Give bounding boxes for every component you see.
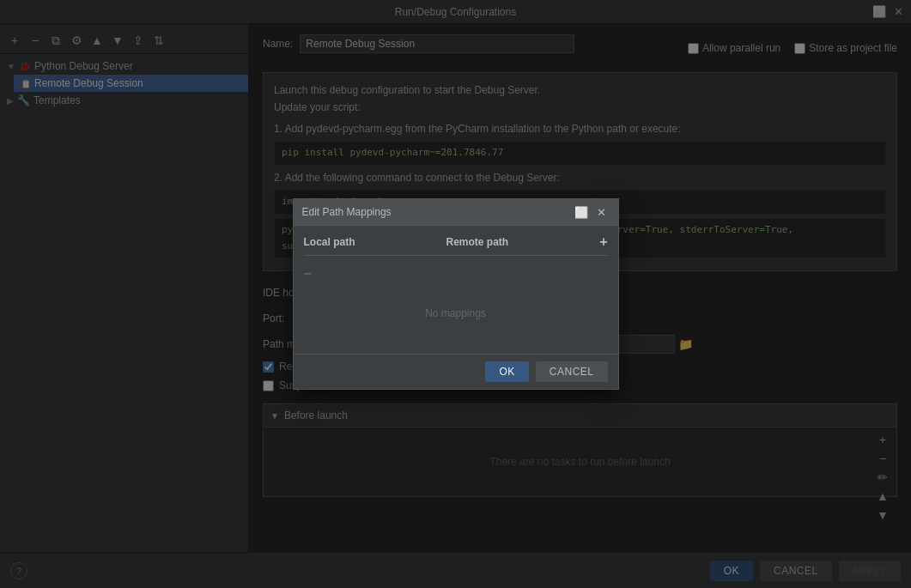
modal-overlay: Edit Path Mappings ⬜ ✕ Local path Remote… <box>0 0 911 588</box>
modal-cancel-button[interactable]: CANCEL <box>536 361 608 382</box>
no-mappings-text: No mappings <box>304 282 608 345</box>
remote-path-header: Remote path <box>446 236 508 248</box>
modal-footer: OK CANCEL <box>294 354 618 389</box>
mappings-remove-button[interactable]: − <box>304 266 312 282</box>
modal-ok-button[interactable]: OK <box>485 361 528 382</box>
edit-path-mappings-dialog: Edit Path Mappings ⬜ ✕ Local path Remote… <box>293 198 619 390</box>
modal-titlebar: Edit Path Mappings ⬜ ✕ <box>294 199 618 226</box>
modal-columns-header: Local path Remote path + <box>304 234 608 256</box>
modal-title: Edit Path Mappings <box>302 206 392 218</box>
modal-controls: ⬜ ✕ <box>574 204 610 220</box>
modal-maximize-button[interactable]: ⬜ <box>574 204 589 220</box>
mappings-add-button[interactable]: + <box>599 234 607 250</box>
modal-body: Local path Remote path + − No mappings <box>294 226 618 354</box>
local-path-header: Local path <box>304 236 355 248</box>
modal-close-button[interactable]: ✕ <box>594 204 610 220</box>
